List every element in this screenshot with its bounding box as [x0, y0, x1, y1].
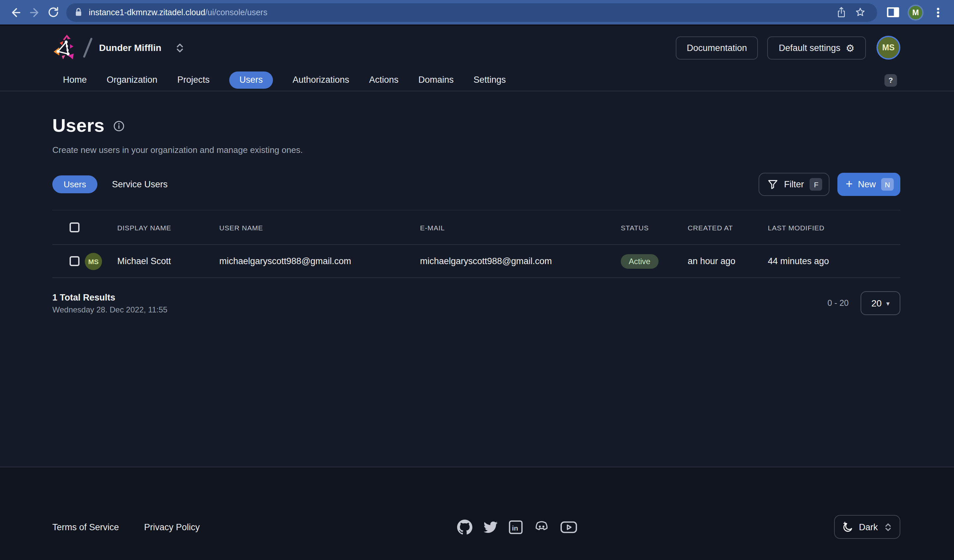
- breadcrumb-slash: [83, 37, 92, 58]
- col-display-name: DISPLAY NAME: [117, 223, 219, 231]
- results-timestamp: Wednesday 28. Dec 2022, 11:55: [52, 305, 167, 314]
- cell-display-name: Michael Scott: [117, 256, 219, 266]
- zitadel-console: instance1-dkmnzw.zitadel.cloud/ui/consol…: [0, 0, 954, 560]
- gear-icon: ⚙: [846, 43, 855, 53]
- privacy-policy-link[interactable]: Privacy Policy: [144, 522, 200, 532]
- browser-toolbar: instance1-dkmnzw.zitadel.cloud/ui/consol…: [0, 0, 954, 26]
- org-name[interactable]: Dunder Mifflin: [99, 42, 161, 53]
- browser-reload-button[interactable]: [44, 4, 62, 21]
- users-table: DISPLAY NAME USER NAME E-MAIL STATUS CRE…: [52, 210, 900, 278]
- side-panel-button[interactable]: [884, 4, 903, 21]
- col-created-at: CREATED AT: [687, 223, 768, 231]
- back-arrow-icon: [9, 6, 23, 19]
- cell-user-name: michaelgaryscott988@gmail.com: [219, 256, 420, 266]
- svg-text:in: in: [512, 524, 518, 532]
- col-status: STATUS: [621, 223, 687, 231]
- kebab-menu-icon: [933, 6, 943, 18]
- users-page: Users Create new users in your organizat…: [0, 115, 954, 315]
- new-user-button[interactable]: + New N: [838, 173, 900, 196]
- browser-menu-button[interactable]: [929, 4, 947, 21]
- row-checkbox[interactable]: [70, 256, 80, 266]
- url-path: /ui/console/users: [205, 8, 268, 17]
- moon-icon: [842, 521, 853, 532]
- info-icon[interactable]: [113, 120, 125, 131]
- page-footer: Terms of Service Privacy Policy in Dark: [0, 467, 954, 560]
- table-header-row: DISPLAY NAME USER NAME E-MAIL STATUS CRE…: [52, 210, 900, 245]
- nav-item-authorizations[interactable]: Authorizations: [293, 72, 349, 89]
- main-nav: Home Organization Projects Users Authori…: [0, 70, 954, 91]
- cell-email: michaelgaryscott988@gmail.com: [420, 256, 621, 266]
- table-footer: 1 Total Results Wednesday 28. Dec 2022, …: [52, 292, 900, 315]
- unfold-chevrons-icon: [884, 523, 892, 531]
- cell-created-at: an hour ago: [687, 256, 768, 266]
- youtube-link[interactable]: [560, 520, 577, 534]
- total-results: 1 Total Results: [52, 292, 167, 302]
- bookmark-button[interactable]: [851, 4, 869, 21]
- social-links: in: [457, 519, 577, 535]
- twitter-link[interactable]: [483, 519, 498, 535]
- twitter-icon: [483, 519, 498, 535]
- row-avatar: MS: [85, 252, 102, 270]
- forward-arrow-icon: [28, 6, 41, 19]
- terms-of-service-link[interactable]: Terms of Service: [52, 522, 119, 532]
- filter-funnel-icon: [768, 179, 778, 189]
- tab-users[interactable]: Users: [52, 176, 97, 193]
- address-bar[interactable]: instance1-dkmnzw.zitadel.cloud/ui/consol…: [66, 3, 877, 22]
- user-avatar-button[interactable]: MS: [876, 36, 900, 59]
- browser-profile-avatar[interactable]: M: [908, 4, 924, 20]
- unfold-chevrons-icon: [175, 43, 184, 53]
- nav-item-actions[interactable]: Actions: [369, 72, 399, 89]
- filter-shortcut-badge: F: [810, 178, 823, 191]
- col-last-modified: LAST MODIFIED: [768, 223, 900, 231]
- page-title: Users: [52, 115, 104, 136]
- page-size-select[interactable]: 20 ▾: [860, 291, 900, 315]
- side-panel-icon: [887, 6, 899, 18]
- github-link[interactable]: [457, 519, 472, 535]
- page-subtitle: Create new users in your organization an…: [52, 145, 900, 155]
- linkedin-link[interactable]: in: [508, 520, 522, 534]
- share-button[interactable]: [832, 4, 851, 21]
- star-icon: [854, 6, 865, 18]
- plus-icon: +: [846, 178, 853, 190]
- org-switcher-button[interactable]: [175, 43, 184, 53]
- nav-item-users[interactable]: Users: [229, 72, 273, 89]
- discord-link[interactable]: [533, 520, 550, 534]
- youtube-icon: [560, 520, 577, 534]
- lock-icon: [74, 7, 83, 17]
- nav-item-domains[interactable]: Domains: [418, 72, 454, 89]
- cell-last-modified: 44 minutes ago: [768, 256, 900, 266]
- nav-item-settings[interactable]: Settings: [473, 72, 506, 89]
- pagination-range: 0 - 20: [828, 299, 849, 308]
- browser-forward-button[interactable]: [25, 4, 44, 21]
- nav-item-organization[interactable]: Organization: [107, 72, 157, 89]
- col-email: E-MAIL: [420, 223, 621, 231]
- theme-selector[interactable]: Dark: [834, 515, 900, 539]
- new-shortcut-badge: N: [881, 178, 894, 191]
- nav-item-projects[interactable]: Projects: [177, 72, 210, 89]
- console-header: Dunder Mifflin Documentation Default set…: [0, 26, 954, 70]
- discord-icon: [533, 520, 550, 534]
- linkedin-icon: in: [508, 520, 522, 534]
- table-row[interactable]: MS Michael Scott michaelgaryscott988@gma…: [52, 245, 900, 278]
- help-button[interactable]: ?: [884, 74, 897, 86]
- filter-button[interactable]: Filter F: [759, 173, 830, 196]
- tab-service-users[interactable]: Service Users: [112, 179, 168, 189]
- zitadel-logo[interactable]: [52, 34, 78, 62]
- github-icon: [457, 519, 472, 535]
- url-host: instance1-dkmnzw.zitadel.cloud: [89, 8, 205, 17]
- status-badge: Active: [621, 254, 658, 268]
- share-icon: [836, 6, 846, 18]
- col-user-name: USER NAME: [219, 223, 420, 231]
- nav-item-home[interactable]: Home: [63, 72, 87, 89]
- browser-back-button[interactable]: [7, 4, 25, 21]
- default-settings-button[interactable]: Default settings ⚙: [767, 36, 866, 59]
- reload-icon: [47, 6, 59, 19]
- documentation-button[interactable]: Documentation: [675, 36, 758, 59]
- select-all-checkbox[interactable]: [70, 222, 80, 232]
- caret-down-icon: ▾: [887, 300, 890, 307]
